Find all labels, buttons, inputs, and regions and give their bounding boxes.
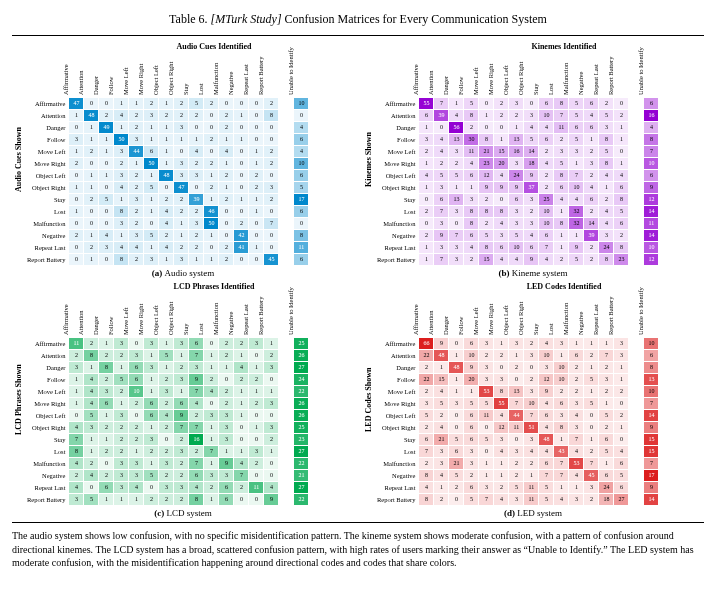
row-header: Stay — [377, 434, 419, 446]
cell: 3 — [99, 242, 114, 254]
cell: 0 — [249, 134, 264, 146]
cell: 5 — [569, 134, 584, 146]
table-row: Attention2822315171210226 — [27, 350, 309, 362]
cell: 5 — [464, 98, 479, 110]
cell: 9 — [434, 338, 449, 350]
cell: 1 — [114, 98, 129, 110]
cell-unable: 4 — [294, 122, 309, 134]
table-row: Malfunction0003204135002070 — [27, 218, 309, 230]
cell: 3 — [144, 338, 159, 350]
cell: 2 — [524, 206, 539, 218]
cell: 1 — [159, 122, 174, 134]
cell: 3 — [509, 98, 524, 110]
cell: 5 — [449, 470, 464, 482]
row-header: Danger — [27, 362, 69, 374]
cell: 3 — [569, 422, 584, 434]
cell: 0 — [144, 482, 159, 494]
cell: 0 — [69, 122, 84, 134]
cell: 2 — [264, 146, 279, 158]
row-header: Danger — [377, 122, 419, 134]
cell: 1 — [249, 158, 264, 170]
cell: 3 — [264, 422, 279, 434]
cm-header: Audio Cues Identified — [74, 42, 354, 51]
cell: 2 — [174, 194, 189, 206]
cell: 1 — [264, 338, 279, 350]
cell: 3 — [524, 194, 539, 206]
cell: 2 — [614, 386, 629, 398]
cell: 0 — [219, 98, 234, 110]
cell: 2 — [264, 98, 279, 110]
cm-header: LED Codes Identified — [424, 282, 704, 291]
row-header: Follow — [27, 374, 69, 386]
col-header: Report Battery — [614, 53, 629, 98]
cell: 2 — [159, 398, 174, 410]
cell: 8 — [99, 362, 114, 374]
cell: 6 — [144, 146, 159, 158]
table-row: Follow341330811356251818 — [377, 134, 659, 146]
cell: 3 — [494, 374, 509, 386]
cell: 9 — [464, 362, 479, 374]
cell: 1 — [569, 158, 584, 170]
cell: 2 — [249, 374, 264, 386]
cell: 7 — [189, 386, 204, 398]
cell: 3 — [114, 146, 129, 158]
cell-unable: 7 — [644, 458, 659, 470]
cell: 1 — [554, 482, 569, 494]
cell: 1 — [599, 458, 614, 470]
cell: 2 — [614, 230, 629, 242]
cell: 2 — [584, 254, 599, 266]
cell: 2 — [189, 158, 204, 170]
cell: 1 — [554, 350, 569, 362]
cell: 2 — [434, 158, 449, 170]
cell: 0 — [234, 206, 249, 218]
cell: 14 — [524, 146, 539, 158]
cell: 4 — [539, 122, 554, 134]
cell: 2 — [144, 98, 159, 110]
cell: 2 — [84, 242, 99, 254]
table-row: Move Left241153813392212210 — [377, 386, 659, 398]
cell: 1 — [554, 230, 569, 242]
cell: 3 — [509, 158, 524, 170]
cell: 0 — [614, 398, 629, 410]
cell: 2 — [174, 242, 189, 254]
cell: 6 — [129, 374, 144, 386]
cell: 2 — [69, 350, 84, 362]
cell: 4 — [189, 398, 204, 410]
cell-unable: 15 — [644, 446, 659, 458]
cell: 2 — [219, 110, 234, 122]
cell: 3 — [264, 398, 279, 410]
table-row: Move Right35355557104635107 — [377, 398, 659, 410]
cell: 2 — [84, 146, 99, 158]
cell: 6 — [524, 242, 539, 254]
cell: 2 — [449, 482, 464, 494]
cell-unable: 6 — [644, 98, 659, 110]
cell: 44 — [129, 146, 144, 158]
table-row: Danger0149121130020004 — [27, 122, 309, 134]
cell: 6 — [419, 110, 434, 122]
cell: 1 — [554, 206, 569, 218]
cell: 3 — [129, 194, 144, 206]
cell: 2 — [464, 470, 479, 482]
cell-unable: 23 — [294, 434, 309, 446]
cell: 1 — [159, 338, 174, 350]
cell: 3 — [509, 494, 524, 506]
cell: 3 — [219, 422, 234, 434]
cell: 5 — [599, 410, 614, 422]
cell: 0 — [84, 98, 99, 110]
cell: 3 — [614, 350, 629, 362]
cell: 21 — [479, 146, 494, 158]
cell: 2 — [569, 374, 584, 386]
cell: 1 — [584, 134, 599, 146]
table-row: Malfunction23213112267537167 — [377, 458, 659, 470]
confusion-grid: Audio Cues IdentifiedAudio Cues ShownAff… — [12, 42, 704, 518]
cell: 6 — [539, 410, 554, 422]
cell: 7 — [479, 494, 494, 506]
cell: 6 — [144, 410, 159, 422]
cell: 0 — [99, 182, 114, 194]
cell: 0 — [234, 434, 249, 446]
cell: 1 — [159, 134, 174, 146]
cell: 1 — [464, 182, 479, 194]
cell: 1 — [219, 362, 234, 374]
table-row: Lost273888321013224514 — [377, 206, 659, 218]
cell: 2 — [174, 458, 189, 470]
